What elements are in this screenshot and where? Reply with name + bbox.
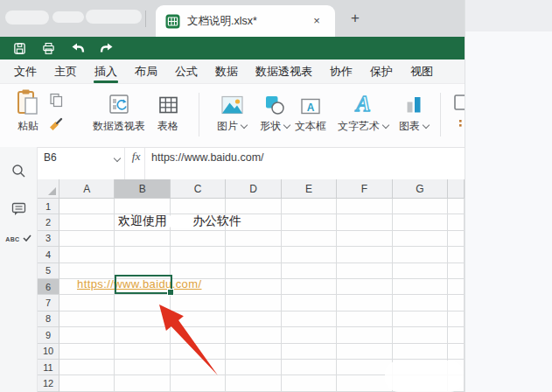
name-box[interactable]: B6 xyxy=(38,148,124,179)
grid-cell[interactable] xyxy=(226,247,281,262)
grid-cell[interactable] xyxy=(226,295,281,311)
select-all-corner[interactable] xyxy=(38,179,59,199)
column-header[interactable]: C xyxy=(171,179,226,199)
grid-cell[interactable] xyxy=(337,263,392,279)
new-tab-button[interactable]: + xyxy=(346,10,364,27)
grid-cell[interactable] xyxy=(448,199,465,214)
row-header[interactable]: 6 xyxy=(38,279,59,295)
grid-cell[interactable] xyxy=(393,279,448,295)
copy-button[interactable] xyxy=(47,91,65,108)
grid-cell[interactable] xyxy=(59,344,115,360)
grid-cell[interactable] xyxy=(171,231,226,247)
grid-cell[interactable] xyxy=(171,360,226,375)
grid-cell[interactable] xyxy=(115,247,170,262)
menu-item[interactable]: 布局 xyxy=(126,60,166,84)
grid-cell[interactable] xyxy=(171,344,226,360)
grid-cell[interactable] xyxy=(448,231,465,247)
menu-item[interactable]: 主页 xyxy=(45,60,86,84)
grid-cell[interactable] xyxy=(226,360,281,375)
grid-cell[interactable] xyxy=(448,214,465,230)
row-header[interactable]: 11 xyxy=(38,360,59,375)
menu-item[interactable]: 保护 xyxy=(361,60,402,84)
grid-cell[interactable] xyxy=(337,295,392,311)
grid-cell[interactable] xyxy=(226,199,281,214)
grid-cell[interactable] xyxy=(393,263,448,279)
row-header[interactable]: 2 xyxy=(38,214,59,230)
grid-cell[interactable] xyxy=(448,312,465,327)
column-header[interactable]: A xyxy=(59,179,115,199)
menu-item[interactable]: 视图 xyxy=(402,60,442,84)
grid-cell[interactable] xyxy=(171,312,226,327)
grid-cell[interactable] xyxy=(59,231,115,247)
grid-cell[interactable] xyxy=(226,375,281,391)
formula-input[interactable]: https://www.baidu.com/ xyxy=(151,151,264,164)
grid-cell[interactable] xyxy=(59,295,115,311)
menu-item[interactable]: 文件 xyxy=(5,60,45,84)
menu-item[interactable]: 插入 xyxy=(86,60,126,84)
row-header[interactable]: 4 xyxy=(38,247,59,262)
grid-cell[interactable] xyxy=(115,375,170,391)
paste-button[interactable]: 粘贴 xyxy=(7,88,49,142)
grid-cell[interactable] xyxy=(282,295,337,311)
grid-cell[interactable] xyxy=(337,279,392,295)
grid-cell[interactable] xyxy=(393,199,448,214)
grid-cell[interactable] xyxy=(337,312,392,327)
grid-cell[interactable] xyxy=(282,247,337,262)
grid-cell[interactable] xyxy=(282,214,337,230)
menu-item[interactable]: 公式 xyxy=(166,60,206,84)
grid-cell[interactable] xyxy=(393,231,448,247)
column-header[interactable]: B xyxy=(115,179,170,199)
grid-cell[interactable] xyxy=(337,231,392,247)
grid-cell[interactable] xyxy=(171,295,226,311)
grid-cell[interactable] xyxy=(282,327,337,343)
clipped-ribbon-button[interactable] xyxy=(452,94,465,138)
row-header[interactable]: 1 xyxy=(38,199,59,214)
save-button[interactable] xyxy=(12,41,27,56)
table-button[interactable]: 表格 xyxy=(149,88,187,142)
grid-cell[interactable] xyxy=(282,344,337,360)
grid-cell[interactable] xyxy=(282,199,337,214)
column-header[interactable]: F xyxy=(337,179,392,199)
pivot-table-button[interactable]: 数据透视表 xyxy=(93,88,145,142)
grid-cell[interactable] xyxy=(282,375,337,391)
grid-cell[interactable] xyxy=(226,344,281,360)
row-header[interactable]: 8 xyxy=(38,312,59,327)
grid-cell[interactable] xyxy=(282,312,337,327)
grid-cell[interactable] xyxy=(59,247,115,262)
grid-cell[interactable] xyxy=(393,312,448,327)
grid-cell[interactable] xyxy=(448,263,465,279)
shapes-button[interactable]: 形状 xyxy=(255,88,295,142)
grid-cell[interactable] xyxy=(59,375,115,391)
grid-cell[interactable] xyxy=(171,199,226,214)
grid-cell[interactable] xyxy=(59,327,115,343)
grid-cell[interactable] xyxy=(59,199,115,214)
row-header[interactable]: 5 xyxy=(38,263,59,279)
grid-cell[interactable] xyxy=(393,344,448,360)
grid-cell[interactable] xyxy=(115,344,170,360)
column-header[interactable]: D xyxy=(226,179,281,199)
menu-item[interactable]: 协作 xyxy=(321,60,361,84)
fill-handle[interactable] xyxy=(167,289,174,296)
chart-button[interactable]: 图表 xyxy=(393,88,435,142)
row-header[interactable]: 7 xyxy=(38,295,59,311)
row-header[interactable]: 10 xyxy=(38,344,59,360)
comment-button[interactable] xyxy=(0,201,38,216)
grid-cell[interactable] xyxy=(226,327,281,343)
grid-cell[interactable] xyxy=(448,247,465,262)
grid-cell[interactable] xyxy=(171,327,226,343)
format-painter-button[interactable] xyxy=(47,116,65,133)
document-tab[interactable]: 文档说明.xlsx* × xyxy=(156,5,335,37)
grid-cell[interactable] xyxy=(448,279,465,295)
spell-check-button[interactable]: ABC xyxy=(0,234,38,242)
grid-cell[interactable] xyxy=(337,344,392,360)
grid-cell[interactable] xyxy=(337,247,392,262)
menu-item[interactable]: 数据透视表 xyxy=(247,60,321,84)
grid-cell[interactable] xyxy=(115,199,170,214)
grid-cell[interactable] xyxy=(115,360,170,375)
grid-cell[interactable] xyxy=(337,214,392,230)
grid-cell[interactable] xyxy=(282,279,337,295)
grid-cell[interactable] xyxy=(171,375,226,391)
grid-cell[interactable] xyxy=(337,199,392,214)
print-button[interactable] xyxy=(41,41,56,56)
grid-cell[interactable] xyxy=(393,327,448,343)
